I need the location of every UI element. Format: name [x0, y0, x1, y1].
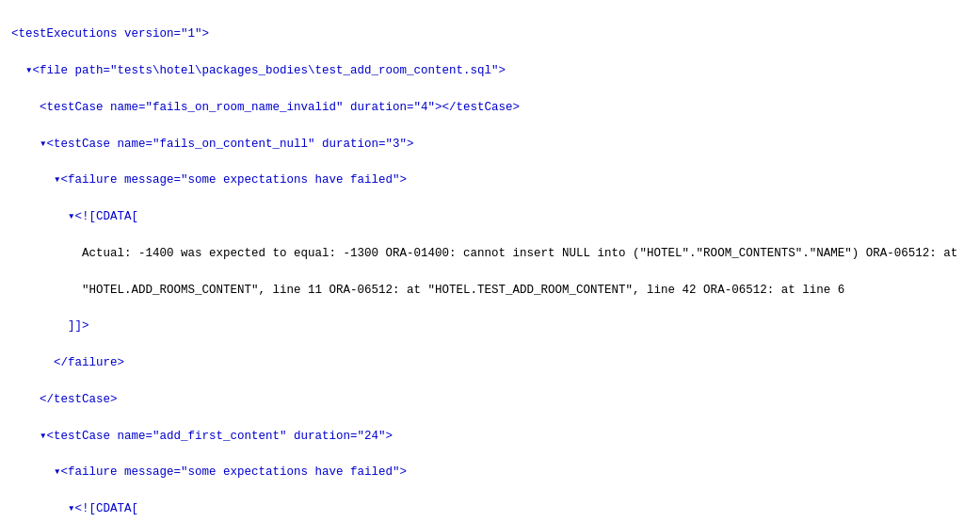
line-6: ▾<![CDATA[: [11, 208, 969, 226]
xml-viewer: <testExecutions version="1"> ▾<file path…: [11, 8, 969, 522]
line-12: ▾<testCase name="add_first_content" dura…: [11, 428, 969, 446]
line-13: ▾<failure message="some expectations hav…: [11, 464, 969, 481]
line-5: ▾<failure message="some expectations hav…: [11, 171, 969, 189]
line-4: ▾<testCase name="fails_on_content_null" …: [11, 136, 969, 154]
line-10: </failure>: [11, 354, 969, 372]
line-14: ▾<![CDATA[: [11, 500, 969, 518]
line-1: <testExecutions version="1">: [11, 25, 969, 43]
line-7: Actual: -1400 was expected to equal: -13…: [11, 245, 969, 263]
line-2: ▾<file path="tests\hotel\packages_bodies…: [11, 62, 969, 80]
line-3: <testCase name="fails_on_room_name_inval…: [11, 99, 969, 117]
line-9: ]]>: [11, 318, 969, 335]
line-8: "HOTEL.ADD_ROOMS_CONTENT", line 11 ORA-0…: [11, 282, 969, 300]
line-11: </testCase>: [11, 391, 969, 409]
